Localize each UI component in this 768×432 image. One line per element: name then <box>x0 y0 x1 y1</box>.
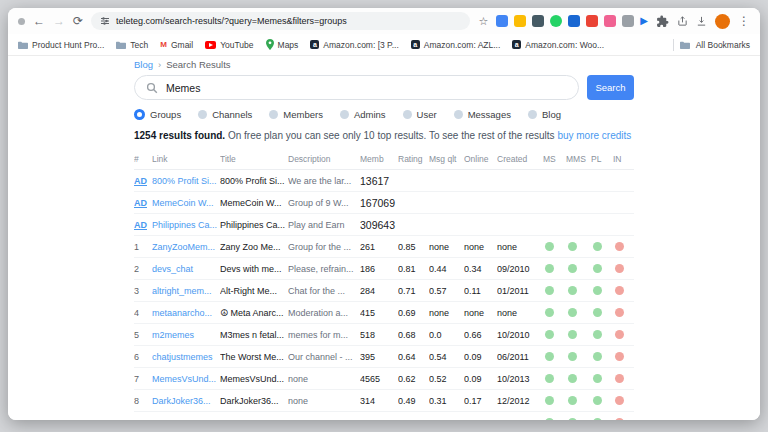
ms-dot-cell <box>543 374 566 383</box>
in-dot <box>615 286 624 295</box>
bookmark-item-tech[interactable]: Tech <box>116 40 148 50</box>
pl-dot <box>593 352 602 361</box>
window-control[interactable] <box>18 18 25 25</box>
ms-dot-cell <box>543 330 566 339</box>
row-link[interactable]: ZanyZooMem... <box>152 242 220 252</box>
row-description: Our channel - ... <box>288 352 360 362</box>
radio-unselected-icon[interactable] <box>198 110 207 119</box>
back-button[interactable]: ← <box>33 15 45 27</box>
row-link[interactable]: chatjustmemes <box>152 352 220 362</box>
mms-dot <box>568 308 577 317</box>
radio-unselected-icon[interactable] <box>528 110 537 119</box>
bookmark-item-youtube[interactable]: YouTube <box>205 40 253 50</box>
extension-icon[interactable] <box>514 15 526 27</box>
pl-dot <box>593 330 602 339</box>
row-number: 4 <box>134 308 152 318</box>
filter-user[interactable]: User <box>403 109 437 120</box>
results-summary: 1254 results found. On free plan you can… <box>134 130 634 141</box>
radio-unselected-icon[interactable] <box>269 110 278 119</box>
filter-members[interactable]: Members <box>269 109 323 120</box>
bookmark-label: Maps <box>278 40 299 50</box>
extension-icon[interactable]: ▶ <box>640 15 648 27</box>
site-info-icon[interactable] <box>100 16 110 26</box>
extension-icon[interactable] <box>604 15 616 27</box>
row-members: 415 <box>360 308 398 318</box>
download-icon[interactable] <box>696 15 707 27</box>
row-created: 06/2011 <box>497 352 543 362</box>
filter-blog[interactable]: Blog <box>528 109 561 120</box>
row-created: 12/2012 <box>497 396 543 406</box>
row-online: 0.66 <box>464 330 497 340</box>
row-link[interactable]: altright_mem... <box>152 286 220 296</box>
in-dot-cell <box>613 352 631 361</box>
bookmark-star-icon[interactable]: ☆ <box>478 15 488 28</box>
address-bar[interactable]: teleteg.com/search-results/?query=Memes&… <box>91 12 470 30</box>
row-link[interactable]: Philippines Ca... <box>152 220 220 230</box>
pl-dot-cell <box>591 308 613 317</box>
bookmark-item-amazon-com-woo[interactable]: aAmazon.com: Woo... <box>512 40 604 50</box>
radio-unselected-icon[interactable] <box>340 110 349 119</box>
breadcrumb: Blog › Search Results <box>134 59 634 70</box>
filter-messages[interactable]: Messages <box>454 109 511 120</box>
share-icon[interactable] <box>677 15 688 27</box>
forward-button[interactable]: → <box>53 15 65 27</box>
in-dot <box>615 330 624 339</box>
table-row: 2devs_chatDevs with me...Please, refrain… <box>134 258 634 280</box>
row-link[interactable]: metaanarcho... <box>152 308 220 318</box>
row-title: Zany Zoo Me... <box>220 242 288 252</box>
breadcrumb-blog-link[interactable]: Blog <box>134 59 153 70</box>
in-dot <box>615 308 624 317</box>
row-number: AD <box>134 176 152 186</box>
extension-icon[interactable] <box>532 15 544 27</box>
profile-avatar[interactable] <box>715 14 730 29</box>
ms-dot <box>545 286 554 295</box>
search-input[interactable]: Memes <box>134 75 579 100</box>
pl-dot-cell <box>591 286 613 295</box>
row-members: 395 <box>360 352 398 362</box>
bookmark-item-gmail[interactable]: MGmail <box>160 40 193 50</box>
mms-dot <box>568 418 577 420</box>
all-bookmarks-button[interactable]: All Bookmarks <box>696 40 750 50</box>
row-link[interactable]: m2memes <box>152 330 220 340</box>
extension-icon[interactable] <box>550 15 562 27</box>
radio-selected-icon[interactable] <box>134 109 145 120</box>
bookmark-item-maps[interactable]: Maps <box>266 39 299 50</box>
bookmark-item-amazon-com-3-p[interactable]: aAmazon.com: [3 P... <box>310 40 398 50</box>
row-link[interactable]: MemeCoin W... <box>152 198 220 208</box>
row-msg-quality: 0.52 <box>429 374 464 384</box>
row-link[interactable]: MemesVsUnd... <box>152 374 220 384</box>
pl-dot <box>593 418 602 420</box>
row-online: 0.34 <box>464 264 497 274</box>
row-title: ☮ Meta Anarc... <box>220 308 288 318</box>
reload-button[interactable]: ⟳ <box>73 15 83 27</box>
filter-groups[interactable]: Groups <box>134 109 181 120</box>
extension-icon[interactable] <box>586 15 598 27</box>
bookmark-item-amazon-com-azl[interactable]: aAmazon.com: AZL... <box>411 40 501 50</box>
row-created: 01/2011 <box>497 286 543 296</box>
row-rating: 0.68 <box>398 330 429 340</box>
extension-icon[interactable] <box>496 15 508 27</box>
pl-dot-cell <box>591 242 613 251</box>
row-link[interactable]: devs_chat <box>152 264 220 274</box>
row-members: 518 <box>360 330 398 340</box>
table-row: 1ZanyZooMem...Zany Zoo Me...Group for th… <box>134 236 634 258</box>
row-description: none <box>288 396 360 406</box>
extension-icon[interactable] <box>568 15 580 27</box>
row-online: none <box>464 308 497 318</box>
bookmark-item-product-hunt-pro[interactable]: Product Hunt Pro... <box>18 40 104 50</box>
filter-admins[interactable]: Admins <box>340 109 386 120</box>
extensions-puzzle-icon[interactable] <box>656 15 669 28</box>
row-link[interactable]: 800% Profit Si... <box>152 176 220 186</box>
mms-dot-cell <box>566 330 591 339</box>
radio-unselected-icon[interactable] <box>454 110 463 119</box>
browser-menu-icon[interactable]: ⋮ <box>738 14 750 28</box>
row-number: AD <box>134 220 152 230</box>
filter-label: Admins <box>354 109 386 120</box>
row-created: none <box>497 242 543 252</box>
search-button[interactable]: Search <box>587 75 634 100</box>
buy-more-credits-link[interactable]: buy more credits <box>557 130 631 141</box>
radio-unselected-icon[interactable] <box>403 110 412 119</box>
filter-channels[interactable]: Channels <box>198 109 252 120</box>
extension-icon[interactable] <box>622 15 634 27</box>
row-link[interactable]: DarkJoker36... <box>152 396 220 406</box>
